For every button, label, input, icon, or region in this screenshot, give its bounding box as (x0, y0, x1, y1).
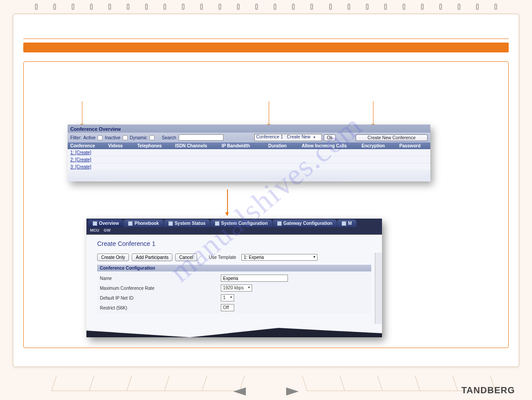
filter-inactive-checkbox[interactable] (123, 135, 128, 140)
net-id-select[interactable]: 1 ▾ (221, 294, 234, 301)
table-header: Conference Videos Telephones ISDN Channe… (68, 142, 430, 149)
add-participants-button[interactable]: Add Participants (132, 254, 172, 261)
col-encryption: Encryption (361, 143, 392, 148)
spiral-binding (0, 0, 532, 12)
footer: TANDBERG (0, 373, 532, 400)
name-label: Name (100, 276, 221, 281)
chevron-down-icon: ▾ (313, 255, 315, 260)
filter-label: Filter: (70, 135, 82, 140)
panel-title: Conference Overview (68, 125, 430, 133)
ok-button[interactable]: Ok (324, 134, 336, 141)
create-link-3[interactable]: 3: [Create] (70, 164, 91, 169)
col-allow-incoming: Allow Incoming Calls (302, 143, 354, 148)
net-id-value: 1 (223, 295, 226, 301)
tab-slot[interactable] (377, 376, 420, 391)
tab-phonebook-label: Phonebook (134, 221, 159, 226)
create-body: Create Conference 1 Create Only Add Part… (86, 234, 382, 324)
subtab-mcu[interactable]: MCU (90, 228, 99, 232)
torn-edge (68, 171, 430, 181)
create-link-1[interactable]: 1: [Create] (70, 150, 91, 155)
tab-slot[interactable] (126, 376, 169, 391)
create-new-conference-button[interactable]: Create New Conference (356, 134, 428, 141)
tab-system-status[interactable]: System Status (164, 219, 210, 227)
brand-logo: TANDBERG (461, 385, 515, 396)
status-icon (168, 221, 173, 226)
sub-tabs: MCU GW (86, 227, 382, 234)
prev-page-icon[interactable] (233, 387, 246, 396)
restrict-select[interactable]: Off (221, 304, 234, 311)
tab-overview-label: Overview (99, 221, 119, 226)
create-title: Create Conference 1 (97, 240, 371, 247)
create-conference-panel: Overview Phonebook System Status System … (86, 219, 382, 337)
tab-slot[interactable] (302, 376, 345, 391)
wrench-icon (342, 221, 346, 226)
tab-slot[interactable] (339, 376, 382, 391)
callout-arrow-icon (82, 101, 82, 127)
chevron-down-icon: ▾ (248, 285, 250, 291)
restrict-value: Off (223, 305, 229, 310)
max-rate-label: Maximum Conference Rate (100, 286, 221, 291)
tab-more[interactable]: M (337, 219, 356, 227)
callout-arrow-icon (227, 189, 228, 215)
tab-slot[interactable] (89, 376, 132, 391)
name-input[interactable] (221, 275, 288, 282)
torn-edge (86, 324, 382, 337)
tab-slot[interactable] (415, 376, 458, 391)
wrench-icon (215, 221, 219, 226)
col-duration: Duration (268, 143, 295, 148)
table-row: 1: [Create] (68, 149, 430, 156)
max-rate-select[interactable]: 1920 kbps ▾ (221, 284, 252, 292)
form-row: Maximum Conference Rate 1920 kbps ▾ (100, 283, 369, 293)
section-bar (23, 43, 509, 52)
filter-active-label: Active (83, 135, 95, 140)
cancel-button[interactable]: Cancel (175, 254, 197, 261)
conference-overview-panel: Conference Overview Filter: Active Inact… (68, 125, 430, 181)
scrollbar[interactable] (375, 253, 382, 324)
use-template-select[interactable]: 1: Experia ▾ (241, 254, 317, 261)
tab-system-configuration[interactable]: System Configuration (210, 219, 272, 227)
overview-icon (93, 221, 97, 226)
filter-bar: Filter: Active Inactive Dynamic Search C… (68, 133, 430, 142)
chevron-down-icon: ▾ (230, 295, 232, 301)
conference-config-section: Conference Configuration (97, 265, 371, 271)
net-id-label: Default IP Net ID (100, 296, 221, 301)
filter-active-checkbox[interactable] (98, 135, 103, 140)
next-page-icon[interactable] (286, 387, 299, 396)
search-input[interactable] (179, 134, 223, 141)
filter-inactive-label: Inactive (105, 135, 120, 140)
col-conference: Conference (70, 143, 101, 148)
page-card: Conference Overview Filter: Active Inact… (13, 13, 519, 367)
col-videos: Videos (108, 143, 130, 148)
book-icon (128, 221, 133, 226)
tab-gateway-config-label: Gateway Configuration (283, 221, 332, 226)
chevron-down-icon: ▾ (313, 135, 315, 139)
callout-arrow-icon (269, 101, 269, 127)
callout-arrow-icon (373, 101, 373, 127)
content-frame: Conference Overview Filter: Active Inact… (23, 61, 509, 348)
tab-slot[interactable] (164, 376, 207, 391)
tab-more-label: M (348, 221, 352, 226)
search-label: Search (162, 135, 176, 140)
tab-system-status-label: System Status (175, 221, 206, 226)
tab-slot[interactable] (51, 376, 94, 391)
tab-overview[interactable]: Overview (88, 219, 123, 227)
tab-phonebook[interactable]: Phonebook (124, 219, 163, 227)
tab-system-config-label: System Configuration (221, 221, 268, 226)
col-ip-bandwidth: IP Bandwidth (222, 143, 261, 148)
table-row: 2: [Create] (68, 156, 430, 163)
subtab-gw[interactable]: GW (104, 228, 111, 232)
create-link-2[interactable]: 2: [Create] (70, 157, 91, 162)
col-password: Password (399, 143, 420, 148)
filter-dynamic-checkbox[interactable] (150, 135, 154, 140)
config-form: Name Maximum Conference Rate 1920 kbps ▾… (97, 271, 371, 314)
create-only-button[interactable]: Create Only (97, 254, 129, 261)
use-template-value: 1: Experia (244, 255, 264, 260)
divider-line (23, 39, 509, 39)
form-row: Default IP Net ID 1 ▾ (100, 293, 369, 303)
max-rate-value: 1920 kbps (223, 285, 244, 291)
tab-gateway-configuration[interactable]: Gateway Configuration (273, 219, 337, 227)
conference-select[interactable]: Conference 1 : Create New ▾ (254, 134, 322, 141)
use-template-label: Use Template (209, 255, 236, 260)
table-row: 3: [Create] (68, 163, 430, 171)
conference-select-value: Conference 1 : Create New (256, 134, 310, 139)
